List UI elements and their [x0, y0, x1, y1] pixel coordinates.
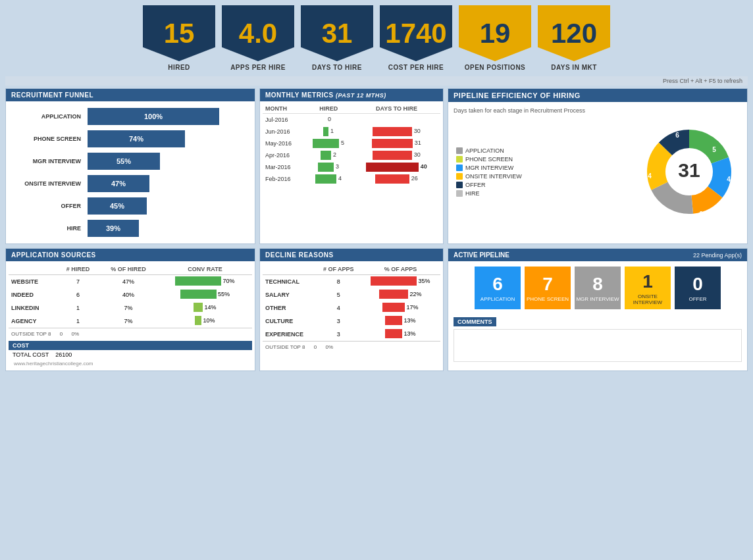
funnel-label-hire: HIRE [15, 225, 88, 232]
kpi-days-to-hire: 31 DAYS TO HIRE [301, 5, 373, 71]
active-box-offer-num: 0 [692, 274, 703, 295]
sources-outside-val: 0 [60, 331, 63, 337]
active-box-onsite: 1 ONSITE INTERVIEW [625, 267, 671, 309]
funnel-row-phone: PHONE SCREEN 74% [10, 128, 251, 150]
pipeline-content: Days taken for each stage in Recruitment… [448, 102, 747, 230]
legend-label-hire: HIRE [465, 190, 480, 197]
funnel-content: APPLICATION 100% PHONE SCREEN 74% MGR IN… [6, 101, 255, 243]
sources-row-agency: AGENCY 1 7% 10% [9, 315, 252, 328]
kpi-number-cost: 1740 [385, 20, 446, 47]
funnel-row-hire: HIRE 39% [10, 217, 251, 240]
refresh-hint: Press Ctrl + Alt + F5 to refresh [663, 78, 742, 84]
legend-label-mgr: MGR INTERVIEW [465, 165, 513, 171]
decline-outside-label: OUTSIDE TOP 8 [265, 344, 305, 350]
metrics-row-jul2016: Jul-2016 0 [263, 114, 440, 126]
total-cost-value: 26100 [55, 351, 72, 358]
pipeline-viz: APPLICATION PHONE SCREEN MGR INTERVIEW [454, 119, 742, 224]
comments-area [454, 329, 742, 362]
funnel-row-offer: OFFER 45% [10, 195, 251, 217]
funnel-bar-hire: 39% [88, 220, 139, 237]
active-box-mgr-label: MGR INTERVIEW [576, 296, 619, 302]
kpi-days-in-mkt: 120 DAYS IN MKT [538, 5, 610, 71]
active-pipeline-panel: ACTIVE PIPELINE 22 Pending App(s) 6 APPL… [448, 248, 748, 371]
pipeline-panel: PIPELINE EFFICIENCY OF HIRING Days taken… [448, 88, 748, 244]
funnel-label-offer: OFFER [15, 203, 88, 209]
metrics-col-days: DAYS TO HIRE [353, 104, 440, 114]
funnel-panel: RECRUITMENT FUNNEL APPLICATION 100% PHON… [5, 88, 255, 244]
funnel-bar-container-application: 100% [88, 108, 246, 125]
metrics-row-feb2016: Feb-2016 4 26 [263, 173, 440, 185]
metrics-header: MONTHLY METRICS (Past 12 mths) [260, 89, 443, 101]
funnel-label-mgr: MGR INTERVIEW [15, 158, 88, 165]
legend-dot-offer [456, 182, 463, 188]
sources-col-hired: # HIRED [57, 264, 99, 275]
active-box-onsite-label: ONSITE INTERVIEW [625, 293, 671, 305]
pipeline-header: PIPELINE EFFICIENCY OF HIRING [448, 89, 747, 102]
decline-row-salary: SALARY 5 22% [263, 288, 440, 301]
decline-col-name [263, 264, 317, 275]
kpi-number-apps: 4.0 [239, 20, 277, 47]
metrics-col-hired: HIRED [305, 104, 353, 114]
legend-dot-application [456, 147, 463, 154]
metrics-title: MONTHLY METRICS [265, 91, 334, 99]
kpi-cost-per-hire: 1740 COST PER HIRE [380, 5, 452, 71]
legend-mgr: MGR INTERVIEW [456, 165, 522, 171]
sources-outside-pct: 0% [72, 331, 80, 337]
kpi-label-apps: APPS PER HIRE [230, 64, 286, 71]
metrics-col-month: MONTH [263, 104, 305, 114]
sources-col-name [9, 264, 57, 275]
kpi-label-cost: COST PER HIRE [388, 64, 444, 71]
dashboard: 15 HIRED 4.0 APPS PER HIRE 31 DAYS TO HI… [0, 0, 753, 376]
kpi-number-hired: 15 [164, 20, 195, 47]
metrics-subtitle: (Past 12 mths) [336, 92, 386, 99]
legend-application: APPLICATION [456, 147, 522, 154]
active-box-phone-label: PHONE SCREEN [527, 296, 569, 302]
sources-col-pct-hired: % OF HIRED [99, 264, 158, 275]
legend-phone: PHONE SCREEN [456, 156, 522, 163]
decline-row-other: OTHER 4 17% [263, 301, 440, 315]
donut-center-text: 31 [678, 159, 700, 181]
legend-label-application: APPLICATION [465, 147, 504, 154]
pipeline-subtitle: Days taken for each stage in Recruitment… [454, 107, 742, 114]
kpi-apps-per-hire: 4.0 APPS PER HIRE [222, 5, 294, 71]
sources-table: # HIRED % OF HIRED CONV RATE WEBSITE 7 4… [9, 264, 252, 328]
cost-row: TOTAL COST 26100 [9, 350, 252, 359]
funnel-label-application: APPLICATION [15, 113, 88, 120]
active-box-onsite-num: 1 [642, 271, 653, 292]
decline-outside-val: 0 [314, 344, 317, 350]
sources-panel: APPLICATION SOURCES # HIRED % OF HIRED C… [5, 248, 255, 371]
sources-outside-label: OUTSIDE TOP 8 [11, 331, 51, 337]
kpi-label-days: DAYS TO HIRE [312, 64, 362, 71]
metrics-table: MONTH HIRED DAYS TO HIRE Jul-2016 0 Jun- [263, 104, 440, 185]
funnel-bar-application: 100% [88, 108, 219, 125]
active-box-mgr-num: 8 [592, 274, 603, 295]
pipeline-legend: APPLICATION PHONE SCREEN MGR INTERVIEW [456, 147, 522, 197]
kpi-badge-cost: 1740 [380, 5, 452, 61]
funnel-bar-container-phone: 74% [88, 130, 246, 147]
kpi-label-mkt: DAYS IN MKT [551, 64, 597, 71]
decline-header: DECLINE REASONS [260, 249, 443, 261]
funnel-bar-container-onsite: 47% [88, 175, 246, 192]
active-box-offer-label: OFFER [688, 296, 706, 302]
active-box-phone: 7 PHONE SCREEN [525, 267, 571, 309]
kpi-badge-open: 19 [459, 5, 531, 61]
kpi-badge-apps: 4.0 [222, 5, 294, 61]
svg-text:6: 6 [699, 211, 703, 218]
active-box-application-num: 6 [492, 274, 503, 295]
kpi-label-open: OPEN POSITIONS [465, 64, 526, 71]
decline-outside-pct: 0% [326, 344, 334, 350]
metrics-row-apr2016: Apr-2016 2 30 [263, 149, 440, 161]
funnel-bar-offer: 45% [88, 197, 147, 215]
donut-chart: 31 6 5 4 6 6 4 [636, 119, 742, 224]
metrics-content: MONTH HIRED DAYS TO HIRE Jul-2016 0 Jun- [260, 101, 443, 188]
svg-text:6: 6 [675, 132, 679, 139]
sources-row-linkedin: LINKEDIN 1 7% 14% [9, 301, 252, 315]
decline-row-culture: CULTURE 3 13% [263, 315, 440, 328]
funnel-row-application: APPLICATION 100% [10, 105, 251, 128]
kpi-open-positions: 19 OPEN POSITIONS [459, 5, 531, 71]
metrics-panel: MONTHLY METRICS (Past 12 mths) MONTH HIR… [259, 88, 444, 244]
legend-hire: HIRE [456, 190, 522, 197]
refresh-bar: Press Ctrl + Alt + F5 to refresh [5, 76, 748, 86]
svg-text:4: 4 [727, 176, 731, 183]
donut-svg: 31 6 5 4 6 6 4 [636, 119, 742, 224]
